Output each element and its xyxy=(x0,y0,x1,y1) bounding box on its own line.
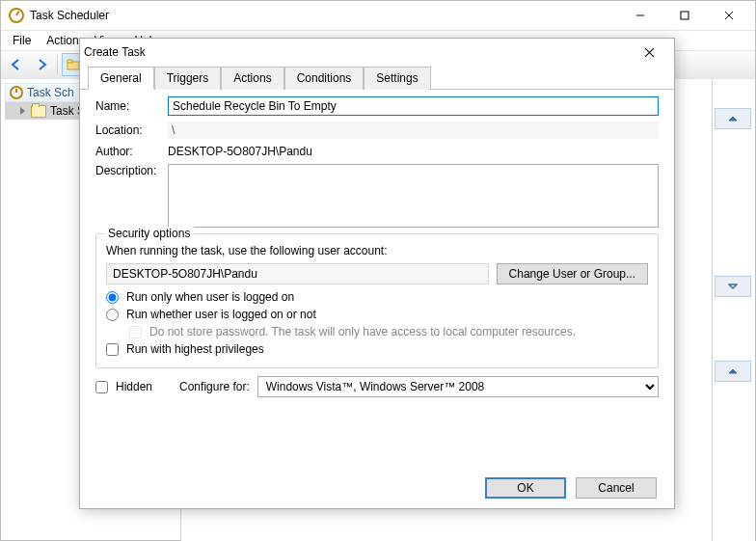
author-value: DESKTOP-5O807JH\Pandu xyxy=(168,145,659,158)
check-no-store-password: Do not store password. The task will onl… xyxy=(129,325,648,338)
radio-logged-off-input[interactable] xyxy=(106,309,119,321)
name-label: Name: xyxy=(95,99,168,113)
check-highest-privileges[interactable]: Run with highest privileges xyxy=(106,342,648,356)
folder-icon xyxy=(31,105,46,118)
dialog-tabs: General Triggers Actions Conditions Sett… xyxy=(80,66,674,90)
main-titlebar: Task Scheduler xyxy=(1,1,755,31)
tab-actions[interactable]: Actions xyxy=(221,67,284,90)
actions-scroll-up[interactable] xyxy=(715,108,751,129)
check-no-store-password-label: Do not store password. The task will onl… xyxy=(149,325,576,338)
tab-settings[interactable]: Settings xyxy=(364,67,430,90)
svg-rect-5 xyxy=(68,60,72,63)
description-input[interactable] xyxy=(168,164,659,228)
location-label: Location: xyxy=(95,123,168,137)
configure-for-select[interactable]: Windows Vista™, Windows Server™ 2008 xyxy=(257,376,659,397)
radio-logged-on-input[interactable] xyxy=(106,291,119,304)
actions-scroll-mid[interactable] xyxy=(715,276,751,297)
security-legend: Security options xyxy=(104,227,194,240)
radio-logged-off[interactable]: Run whether user is logged on or not xyxy=(106,308,648,321)
forward-button[interactable] xyxy=(30,53,53,76)
security-options-group: Security options When running the task, … xyxy=(95,233,659,368)
ok-button[interactable]: OK xyxy=(485,477,566,499)
radio-logged-on[interactable]: Run only when user is logged on xyxy=(106,290,648,304)
radio-logged-on-label: Run only when user is logged on xyxy=(126,290,294,304)
actions-scroll-down[interactable] xyxy=(715,361,751,382)
location-value: \ xyxy=(168,122,659,139)
change-user-button[interactable]: Change User or Group... xyxy=(497,263,648,284)
svg-rect-1 xyxy=(681,12,688,19)
dialog-footer: OK Cancel xyxy=(80,468,674,508)
description-label: Description: xyxy=(95,164,168,177)
minimize-button[interactable] xyxy=(618,1,662,30)
security-prompt: When running the task, use the following… xyxy=(106,244,648,257)
check-hidden-label: Hidden xyxy=(116,380,152,393)
clock-icon xyxy=(10,86,23,99)
dialog-title: Create Task xyxy=(84,45,628,59)
window-title: Task Scheduler xyxy=(30,9,618,22)
create-task-dialog: Create Task General Triggers Actions Con… xyxy=(79,38,675,509)
menu-file[interactable]: File xyxy=(5,32,39,49)
tree-root-label: Task Sch xyxy=(27,86,74,99)
check-hidden[interactable]: Hidden xyxy=(95,380,152,393)
back-button[interactable] xyxy=(5,53,28,76)
expand-icon[interactable] xyxy=(20,107,25,115)
check-no-store-password-input xyxy=(129,326,142,338)
check-highest-privileges-label: Run with highest privileges xyxy=(126,342,264,356)
author-label: Author: xyxy=(95,145,168,158)
check-hidden-input[interactable] xyxy=(95,381,108,393)
actions-pane xyxy=(713,79,755,541)
cancel-button[interactable]: Cancel xyxy=(576,477,657,499)
tab-conditions[interactable]: Conditions xyxy=(284,67,364,90)
dialog-titlebar: Create Task xyxy=(80,39,674,66)
clock-icon xyxy=(9,8,24,23)
radio-logged-off-label: Run whether user is logged on or not xyxy=(126,308,316,321)
close-button[interactable] xyxy=(707,1,751,30)
tab-general[interactable]: General xyxy=(88,67,154,90)
maximize-button[interactable] xyxy=(662,1,707,30)
security-account-field: DESKTOP-5O807JH\Pandu xyxy=(106,263,489,284)
dialog-close-button[interactable] xyxy=(628,39,670,66)
name-input[interactable] xyxy=(168,96,659,116)
dialog-body: Name: Location: \ Author: DESKTOP-5O807J… xyxy=(80,89,674,468)
configure-for-label: Configure for: xyxy=(179,380,250,393)
check-highest-privileges-input[interactable] xyxy=(106,343,119,356)
toolbar-separator xyxy=(57,55,58,74)
tab-triggers[interactable]: Triggers xyxy=(154,67,222,90)
